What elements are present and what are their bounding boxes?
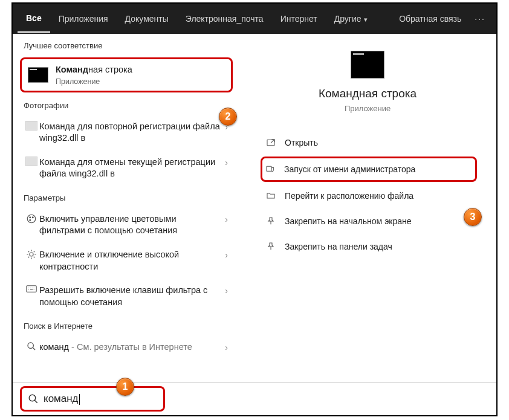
best-match-subtitle: Приложение [56,77,132,86]
svg-point-3 [30,219,31,221]
photo-icon [25,157,37,166]
search-icon [28,393,39,404]
preview-pane: Командная строка Приложение Открыть Запу… [239,34,496,382]
svg-point-2 [32,217,33,218]
cmd-prompt-icon [28,67,48,83]
photo-result-2[interactable]: Команда для отмены текущей регистрации ф… [13,150,239,186]
section-photos: Фотографии [13,94,239,115]
feedback-link[interactable]: Обратная связь [392,14,468,24]
svg-point-1 [30,217,31,218]
photo-result-1[interactable]: Команда для повторной регистрации файла … [13,115,239,150]
result-best-match[interactable]: Командная строка Приложение [20,57,233,92]
annotation-callout-2: 2 [219,108,237,126]
top-tabs: Все Приложения Документы Электронная_поч… [13,4,496,34]
chevron-down-icon: ▾ [364,16,368,24]
photo-result-1-text: Команда для повторной регистрации файла … [39,121,225,144]
open-icon [265,138,276,147]
settings-result-3-text: Разрешить включение клавиш фильтра с пом… [39,285,225,308]
annotation-callout-3: 3 [464,208,482,226]
action-open-location[interactable]: Перейти к расположению файла [239,183,496,208]
action-pin-taskbar-label: Закрепить на панели задач [285,242,392,251]
svg-point-6 [28,343,33,348]
action-pin-start-label: Закрепить на начальном экране [285,216,412,226]
search-query-text: команд [44,393,80,405]
tab-all[interactable]: Все [18,5,50,33]
text-cursor [79,394,80,405]
section-web: Поиск в Интернете [13,314,239,335]
tab-apps[interactable]: Приложения [50,5,117,32]
web-result[interactable]: команд - См. результаты в Интернете › [13,335,239,360]
settings-result-2-text: Включение и отключение высокой контрастн… [39,249,225,273]
annotation-callout-1: 1 [116,378,134,396]
search-icon [24,341,39,351]
tab-internet[interactable]: Интернет [272,5,326,32]
search-input[interactable]: команд [20,386,165,412]
brightness-icon [24,249,39,260]
pin-icon [265,216,276,226]
shield-icon [265,164,276,174]
action-pin-start[interactable]: Закрепить на начальном экране [239,208,496,234]
chevron-right-icon[interactable]: › [225,341,228,352]
search-panel: Все Приложения Документы Электронная_поч… [11,2,498,416]
preview-title: Командная строка [239,87,496,100]
chevron-right-icon[interactable]: › [225,249,228,260]
main-area: Лучшее соответствие Командная строка При… [13,34,496,382]
action-open-label: Открыть [285,138,318,147]
best-match-title: Командная строка [56,64,132,76]
search-bar-area: команд [13,382,496,415]
tab-more[interactable]: Другие▾ [326,5,376,32]
action-open[interactable]: Открыть [239,130,496,155]
chevron-right-icon[interactable]: › [225,157,228,167]
section-settings: Параметры [13,186,239,207]
settings-result-1[interactable]: Включить управление цветовыми фильтрами … [13,207,239,243]
palette-icon [24,213,39,224]
settings-result-1-text: Включить управление цветовыми фильтрами … [39,213,225,237]
settings-result-2[interactable]: Включение и отключение высокой контрастн… [13,243,239,279]
action-pin-taskbar[interactable]: Закрепить на панели задач [239,234,496,259]
svg-rect-5 [27,286,37,292]
svg-rect-8 [267,166,271,171]
section-best-match: Лучшее соответствие [13,34,239,55]
preview-app-icon [351,51,384,79]
pin-icon [265,242,276,251]
action-run-as-admin[interactable]: Запуск от имени администратора [261,157,477,182]
action-run-as-admin-label: Запуск от имени администратора [284,164,415,174]
tab-email[interactable]: Электронная_почта [177,5,272,32]
web-result-text: команд - См. результаты в Интернете [39,341,225,354]
preview-subtitle: Приложение [239,104,496,113]
more-menu-icon[interactable]: ··· [468,14,491,24]
svg-point-9 [29,395,36,401]
chevron-right-icon[interactable]: › [225,213,228,224]
chevron-right-icon[interactable]: › [225,285,228,296]
tab-documents[interactable]: Документы [117,5,177,32]
svg-point-0 [27,215,36,223]
results-list: Лучшее соответствие Командная строка При… [13,34,239,382]
photo-result-2-text: Команда для отмены текущей регистрации ф… [39,157,225,180]
folder-icon [265,191,276,201]
action-open-location-label: Перейти к расположению файла [285,191,413,201]
keyboard-icon [24,285,39,293]
svg-point-4 [30,253,33,256]
photo-icon [25,121,37,131]
settings-result-3[interactable]: Разрешить включение клавиш фильтра с пом… [13,279,239,314]
